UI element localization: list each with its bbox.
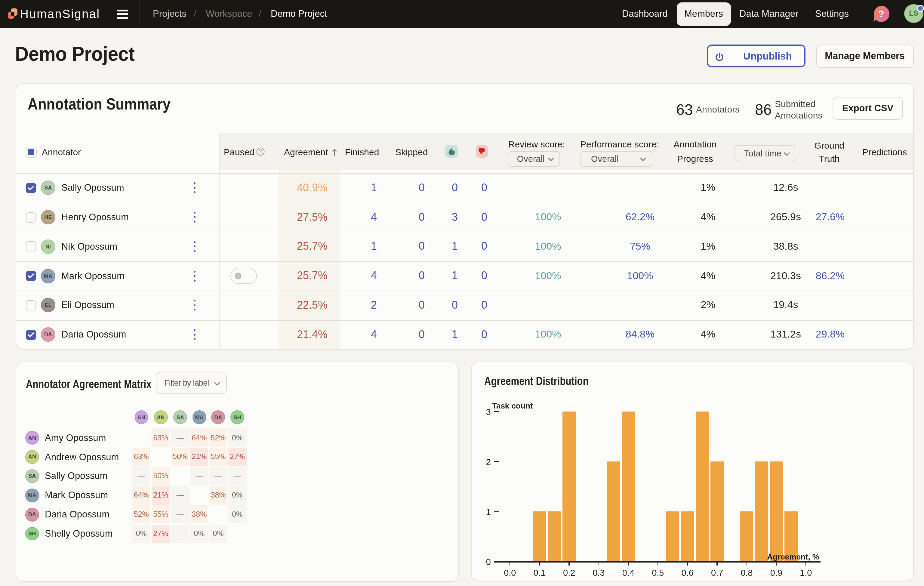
- svg-text:?: ?: [878, 8, 884, 19]
- svg-text:?: ?: [259, 149, 262, 155]
